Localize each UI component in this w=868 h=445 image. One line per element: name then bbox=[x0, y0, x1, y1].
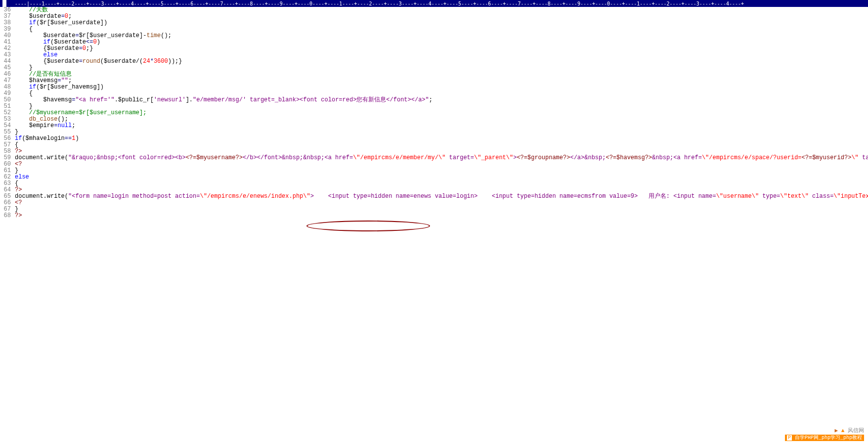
code-area[interactable]: //天数 $userdate=0; if($r[$user_userdate])… bbox=[14, 7, 868, 219]
code-line[interactable]: if($r[$user_userdate]) bbox=[15, 20, 868, 26]
code-line[interactable]: } bbox=[15, 65, 868, 71]
line-number: 68 bbox=[2, 213, 11, 219]
code-line[interactable]: <? bbox=[15, 200, 868, 206]
code-line[interactable]: { bbox=[15, 142, 868, 148]
code-line[interactable]: //天数 bbox=[15, 7, 868, 13]
code-line[interactable]: $empire=null; bbox=[15, 123, 868, 129]
code-line[interactable]: } bbox=[15, 168, 868, 174]
code-line[interactable]: db_close(); bbox=[15, 116, 868, 123]
code-line[interactable]: ?> bbox=[15, 213, 868, 219]
code-line[interactable]: else bbox=[15, 174, 868, 180]
code-line[interactable]: if($mhavelogin==1) bbox=[15, 135, 868, 142]
ruler-cursor bbox=[2, 0, 6, 7]
code-line[interactable]: {$userdate=round($userdate/(24*3600));} bbox=[15, 58, 868, 65]
code-line[interactable]: { bbox=[15, 180, 868, 187]
code-line[interactable]: $userdate=$r[$user_userdate]-time(); bbox=[15, 33, 868, 39]
code-line[interactable]: } bbox=[15, 129, 868, 135]
code-line[interactable]: //$myusername=$r[$user_username]; bbox=[15, 110, 868, 116]
column-ruler: ----|----1----+----2----+----3----+----4… bbox=[0, 0, 868, 7]
code-line[interactable]: {$userdate=0;} bbox=[15, 45, 868, 52]
code-line[interactable]: if($userdate<=0) bbox=[15, 39, 868, 45]
line-number-gutter: 3637383940414243444546474849505152535455… bbox=[0, 7, 14, 219]
code-line[interactable]: document.write("<form name=login method=… bbox=[15, 193, 868, 200]
code-line[interactable]: //是否有短信息 bbox=[15, 71, 868, 78]
code-line[interactable]: <? bbox=[15, 161, 868, 168]
code-line[interactable]: } bbox=[15, 206, 868, 213]
code-line[interactable]: $havemsg=""; bbox=[15, 78, 868, 84]
code-line[interactable]: if($r[$user_havemsg]) bbox=[15, 84, 868, 90]
ruler-text: ----|----1----+----2----+----3----+----4… bbox=[0, 1, 744, 6]
code-editor[interactable]: 3637383940414243444546474849505152535455… bbox=[0, 7, 868, 219]
code-line[interactable]: document.write("&raquo;&nbsp;<font color… bbox=[15, 155, 868, 161]
code-line[interactable]: $havemsg="<a href='".$public_r['newsurl'… bbox=[15, 97, 868, 103]
code-line[interactable]: $userdate=0; bbox=[15, 13, 868, 20]
